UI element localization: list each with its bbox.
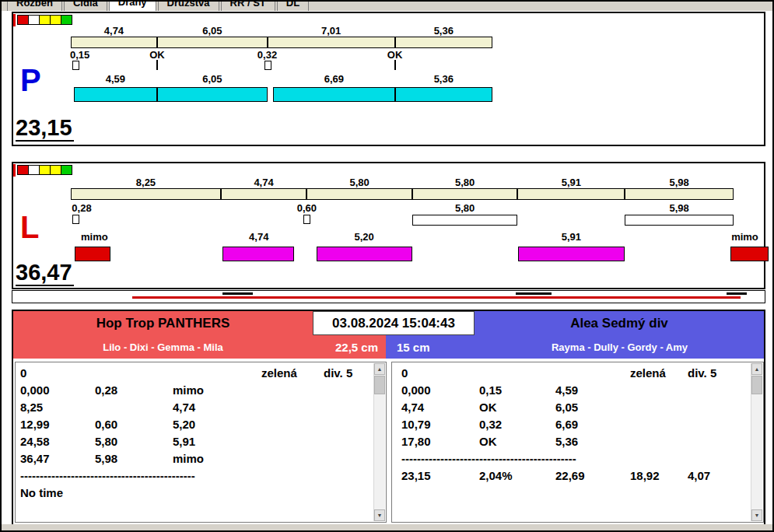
gate-ok-mark (156, 60, 158, 70)
results-list-right[interactable]: 0zelenádiv. 50,0000,154,594,74OK6,0510,7… (391, 362, 764, 523)
total-time-p: 23,15 (16, 116, 74, 142)
missed-segment-bar (625, 215, 734, 226)
list-cell: 10,79 (401, 417, 431, 432)
bar-value-label: 5,91 (562, 177, 581, 187)
list-cell: OK (479, 434, 497, 450)
list-cell: 17,80 (401, 434, 431, 450)
run-values-row-p: 4,596,056,695,36 (71, 74, 492, 85)
list-cell: 23,15 (401, 468, 431, 484)
list-cell: 5,36 (555, 434, 578, 450)
lane-letter-p: P (20, 65, 41, 96)
list-cell: zelená (630, 366, 666, 381)
results-list-left[interactable]: 0zelenádiv. 50,0000,28mimo8,254,7412,990… (15, 362, 387, 523)
bar-value-label: 5,91 (562, 232, 581, 242)
status-light (28, 165, 40, 175)
bar-segment (75, 247, 111, 261)
progress-mark (727, 292, 747, 295)
bar-value-label: 0,60 (297, 203, 317, 213)
results-list-left-content: 0zelenádiv. 50,0000,28mimo8,254,7412,990… (17, 366, 372, 520)
list-cell: 4,74 (401, 400, 424, 415)
list-cell: div. 5 (688, 366, 716, 381)
tab-druzstva[interactable]: Družstvá (158, 2, 219, 11)
tab-rr-st[interactable]: RR / ŠT (221, 2, 275, 11)
status-lights-l (17, 165, 72, 175)
scrollbar-left[interactable]: ▲ ▼ (373, 363, 385, 521)
status-light (50, 15, 61, 25)
scroll-down-icon[interactable]: ▼ (751, 509, 762, 521)
list-cell: 6,05 (555, 400, 578, 415)
bar-segment (625, 188, 734, 200)
bar-segment (412, 188, 517, 200)
status-light (61, 15, 72, 25)
datetime-box: 03.08.2024 15:04:43 (313, 311, 475, 335)
bar-segment (395, 87, 492, 102)
list-cell: 18,92 (630, 468, 660, 484)
status-light (17, 15, 29, 25)
bar-segment (517, 188, 625, 200)
bar-value-label: OK (387, 50, 403, 60)
team-left-header: Hop Trop PANTHERS (13, 311, 313, 335)
bar-segment (395, 37, 492, 48)
list-cell: 0 (401, 366, 408, 381)
bar-value-label: 4,74 (254, 177, 273, 187)
tab-cidla[interactable]: Čidla (64, 2, 107, 11)
list-cell: 36,47 (20, 451, 50, 467)
bar-value-label: 6,05 (202, 74, 222, 84)
run-values-row-l: mimo4,745,205,91mimo (71, 232, 734, 243)
team-right-name: Alea Sedmý div (475, 311, 764, 335)
team-left-name: Hop Trop PANTHERS (13, 311, 313, 335)
bar-value-label: 5,20 (355, 232, 374, 242)
tab-bar: Rozbeh Čidla Dráhy Družstvá RR / ŠT DL (2, 2, 772, 11)
scrollbar-right[interactable]: ▲ ▼ (751, 363, 762, 521)
progress-strip (12, 290, 765, 303)
scroll-up-icon[interactable]: ▲ (374, 363, 385, 375)
list-cell: 0,000 (401, 383, 431, 398)
list-cell: 5,20 (173, 417, 195, 432)
plan-bar-row-p (71, 37, 492, 48)
list-cell: mimo (173, 451, 204, 467)
bar-value-label: OK (149, 50, 165, 60)
list-row: 10,790,326,69 (394, 417, 749, 434)
bar-segment (157, 37, 268, 48)
list-cell: 24,58 (20, 434, 50, 450)
list-row: ----------------------------------------… (394, 451, 749, 468)
bar-value-label: 5,36 (434, 26, 454, 36)
tab-dl[interactable]: DL (277, 2, 309, 11)
list-cell: 6,69 (555, 417, 578, 432)
bar-segment (273, 87, 395, 102)
scroll-thumb[interactable] (374, 376, 385, 394)
bar-value-label: 8,25 (136, 177, 156, 187)
team-right-jump-height: 15 cm (397, 335, 430, 359)
plan-values-row-p: 4,746,057,015,36 (71, 26, 492, 37)
progress-mark (222, 292, 253, 295)
list-row: No time (17, 485, 372, 502)
bar-segment (730, 247, 769, 261)
list-row: 12,990,605,20 (17, 417, 372, 434)
tab-drahy[interactable]: Dráhy (109, 2, 156, 11)
scroll-up-icon[interactable]: ▲ (751, 363, 762, 375)
run-bar-row-l (71, 247, 734, 261)
progress-line (132, 296, 741, 299)
list-row: 4,74OK6,05 (394, 400, 749, 417)
list-row: 0,0000,154,59 (394, 383, 749, 400)
gate-penalty-box (72, 215, 79, 224)
scroll-down-icon[interactable]: ▼ (374, 509, 385, 521)
list-cell: ----------------------------------------… (401, 451, 576, 467)
bars-l: 8,254,745,805,805,915,98 0,280,605,805,9… (71, 177, 734, 261)
team-right-subheader: 15 cm Rayma - Dully - Gordy - Amy (386, 335, 764, 359)
status-light (17, 165, 29, 175)
bar-segment (157, 87, 268, 102)
team-right-header: Alea Sedmý div (475, 311, 764, 335)
gate-marks-row-l (71, 214, 734, 227)
tab-rozbeh[interactable]: Rozbeh (7, 2, 62, 11)
bar-value-label: 0,28 (72, 203, 91, 213)
list-cell: zelená (261, 366, 297, 381)
list-row: 0zelenádiv. 5 (394, 366, 749, 383)
bar-segment (317, 247, 412, 261)
scroll-thumb[interactable] (751, 376, 762, 394)
bar-value-label: 5,80 (455, 203, 475, 213)
lane-marker-tick (13, 14, 16, 26)
list-cell: OK (479, 400, 497, 415)
list-row: 0zelenádiv. 5 (17, 366, 372, 383)
bar-segment (268, 37, 395, 48)
